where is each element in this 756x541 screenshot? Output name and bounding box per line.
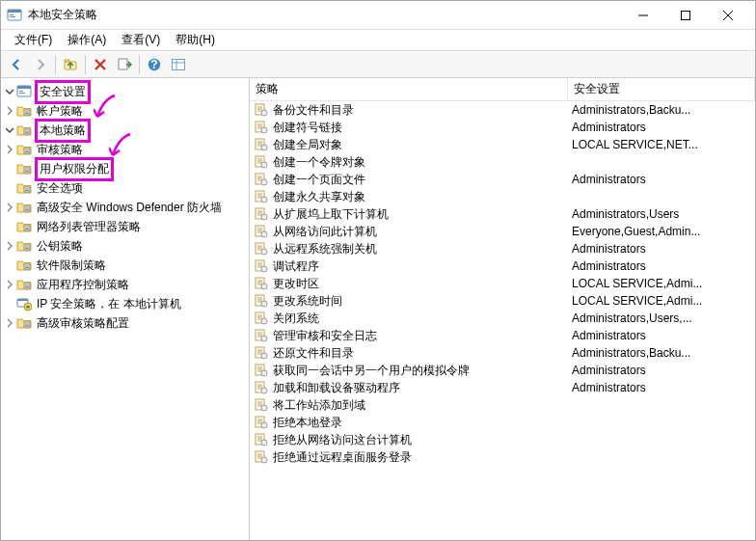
toolbar-sep-3 [139, 55, 140, 74]
col-policy[interactable]: 策略 [250, 78, 568, 100]
tree-pane[interactable]: 安全设置帐户策略本地策略审核策略用户权限分配安全选项高级安全 Windows D… [1, 78, 250, 540]
policy-row[interactable]: 关闭系统Administrators,Users,... [250, 310, 755, 327]
policy-row[interactable]: 创建符号链接Administrators [250, 119, 755, 136]
svg-point-77 [261, 162, 267, 168]
policy-row[interactable]: 创建一个令牌对象 [250, 153, 755, 171]
tree-item[interactable]: 应用程序控制策略 [1, 275, 249, 294]
svg-point-107 [261, 266, 267, 272]
policy-row[interactable]: 创建全局对象LOCAL SERVICE,NET... [250, 136, 755, 153]
menu-file[interactable]: 文件(F) [7, 30, 60, 50]
folder-icon [16, 219, 32, 234]
tree-item[interactable]: 网络列表管理器策略 [1, 217, 249, 236]
tree-toggle-icon[interactable] [3, 123, 16, 137]
policy-icon [254, 293, 269, 309]
tree-item-label: 网络列表管理器策略 [35, 218, 143, 236]
svg-rect-18 [17, 86, 31, 89]
policy-setting: LOCAL SERVICE,Admi... [572, 277, 755, 290]
tree-toggle-icon[interactable] [3, 239, 16, 253]
policy-name: 拒绝从网络访问这台计算机 [273, 432, 572, 448]
svg-rect-54 [27, 306, 30, 309]
policy-row[interactable]: 从网络访问此计算机Everyone,Guest,Admin... [250, 223, 755, 240]
tree-item[interactable]: 本地策略 [1, 121, 249, 140]
svg-point-132 [261, 353, 267, 359]
policy-icon [254, 276, 269, 291]
back-button[interactable] [5, 53, 28, 76]
tree-toggle-icon[interactable] [3, 143, 16, 156]
folder-icon [16, 103, 32, 119]
policy-row[interactable]: 更改时区LOCAL SERVICE,Admi... [250, 275, 755, 292]
policy-row[interactable]: 从远程系统强制关机Administrators [250, 240, 755, 257]
delete-button[interactable] [89, 53, 112, 76]
svg-point-137 [261, 370, 267, 376]
policy-name: 管理审核和安全日志 [273, 328, 572, 344]
policy-row[interactable]: 还原文件和目录Administrators,Backu... [250, 344, 755, 362]
close-button[interactable] [707, 2, 749, 29]
col-setting[interactable]: 安全设置 [568, 78, 755, 100]
policy-name: 将工作站添加到域 [273, 397, 572, 414]
policy-row[interactable]: 拒绝本地登录 [250, 414, 755, 431]
policy-name: 从远程系统强制关机 [273, 241, 572, 257]
policy-row[interactable]: 将工作站添加到域 [250, 396, 755, 414]
policy-name: 还原文件和目录 [273, 345, 572, 362]
policy-row[interactable]: 备份文件和目录Administrators,Backu... [250, 101, 755, 119]
menu-view[interactable]: 查看(V) [114, 30, 168, 50]
help-button[interactable]: ? [143, 53, 166, 76]
svg-point-122 [261, 318, 267, 324]
svg-point-87 [261, 197, 267, 203]
svg-point-162 [261, 457, 267, 463]
policy-row[interactable]: 创建一个页面文件Administrators [250, 171, 755, 188]
policy-icon [254, 224, 269, 239]
policy-row[interactable]: 加载和卸载设备驱动程序Administrators [250, 379, 755, 396]
folder-icon [16, 161, 32, 176]
policy-row[interactable]: 拒绝从网络访问这台计算机 [250, 431, 755, 448]
tree-toggle-icon[interactable] [3, 85, 16, 98]
tree-item-label: 应用程序控制策略 [35, 276, 131, 294]
svg-rect-11 [119, 59, 127, 69]
policy-icon [254, 137, 269, 152]
tree-item[interactable]: 安全选项 [1, 178, 249, 198]
maximize-button[interactable] [664, 2, 707, 29]
menu-action[interactable]: 操作(A) [60, 30, 114, 50]
tree-toggle-icon[interactable] [3, 201, 16, 214]
window-title: 本地安全策略 [28, 7, 622, 23]
policy-row[interactable]: 调试程序Administrators [250, 257, 755, 275]
tree-item[interactable]: 公钥策略 [1, 236, 249, 256]
policy-setting: Administrators,Users [572, 207, 755, 221]
export-button[interactable] [113, 53, 136, 76]
tree-root[interactable]: 安全设置 [1, 82, 249, 101]
tree-item[interactable]: 高级审核策略配置 [1, 313, 249, 333]
tree-toggle-icon[interactable] [3, 104, 16, 118]
policy-row[interactable]: 管理审核和安全日志Administrators [250, 327, 755, 344]
menu-help[interactable]: 帮助(H) [168, 30, 223, 50]
policy-row[interactable]: 拒绝通过远程桌面服务登录 [250, 448, 755, 466]
policy-name: 更改时区 [273, 276, 572, 292]
folder-icon [16, 142, 32, 157]
policy-row[interactable]: 创建永久共享对象 [250, 188, 755, 205]
minimize-button[interactable] [622, 2, 664, 29]
tree-item[interactable]: IP 安全策略，在 本地计算机 [1, 294, 249, 313]
policy-row[interactable]: 更改系统时间LOCAL SERVICE,Admi... [250, 292, 755, 310]
list-pane[interactable]: 策略 安全设置 备份文件和目录Administrators,Backu...创建… [250, 78, 755, 540]
tree-item[interactable]: 用户权限分配 [1, 159, 249, 178]
policy-setting: Administrators [572, 259, 755, 273]
policy-row[interactable]: 从扩展坞上取下计算机Administrators,Users [250, 205, 755, 223]
folder-icon [16, 238, 32, 254]
up-button[interactable] [59, 53, 82, 76]
details-button[interactable] [167, 53, 190, 76]
svg-point-72 [261, 145, 267, 150]
tree-item[interactable]: 高级安全 Windows Defender 防火墙 [1, 198, 249, 217]
svg-point-127 [261, 336, 267, 341]
svg-point-147 [261, 405, 267, 411]
tree-item-label: 本地策略 [35, 119, 91, 143]
tree-item[interactable]: 软件限制策略 [1, 256, 249, 275]
policy-icon [254, 397, 269, 413]
tree-toggle-icon[interactable] [3, 316, 16, 330]
policy-icon [254, 172, 269, 187]
policy-setting: Administrators [572, 173, 755, 186]
tree-toggle-icon[interactable] [3, 278, 16, 291]
svg-rect-2 [10, 14, 14, 15]
forward-button[interactable] [29, 53, 52, 76]
policy-row[interactable]: 获取同一会话中另一个用户的模拟令牌Administrators [250, 362, 755, 379]
svg-point-157 [261, 440, 267, 446]
policy-setting: LOCAL SERVICE,Admi... [572, 294, 755, 308]
